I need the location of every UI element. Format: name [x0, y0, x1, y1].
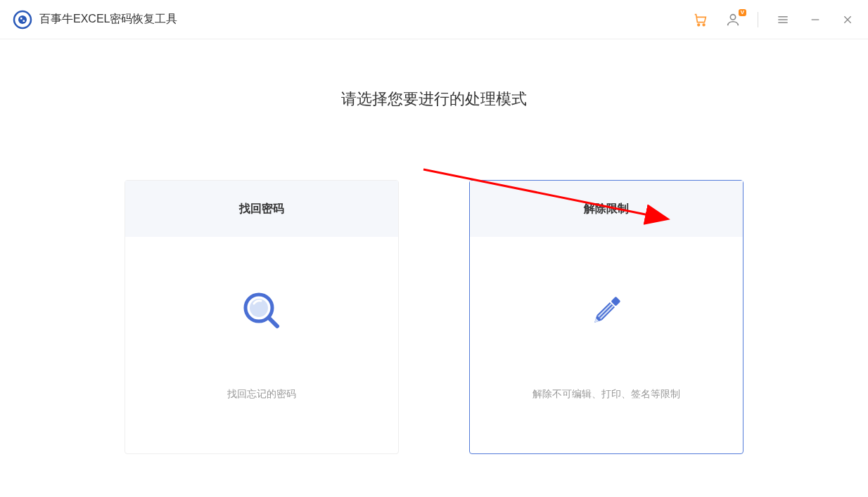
title-left: 百事牛EXCEL密码恢复工具	[13, 10, 177, 30]
app-title: 百事牛EXCEL密码恢复工具	[39, 12, 177, 27]
svg-rect-2	[20, 18, 23, 20]
card-body: 解除不可编辑、打印、签名等限制	[470, 237, 743, 453]
main-content: 请选择您要进行的处理模式 找回密码 找回忘记的密码 解除限制	[0, 39, 868, 454]
cards-row: 找回密码 找回忘记的密码 解除限制	[125, 180, 743, 454]
minimize-icon[interactable]	[808, 12, 823, 27]
svg-rect-16	[611, 296, 620, 306]
divider	[758, 12, 758, 27]
user-icon[interactable]: V	[725, 12, 741, 27]
card-desc: 解除不可编辑、打印、签名等限制	[532, 388, 680, 401]
svg-rect-17	[597, 302, 615, 320]
pencil-icon	[585, 290, 627, 332]
cart-icon[interactable]	[693, 12, 708, 27]
title-right-controls: V	[693, 12, 855, 27]
card-title: 找回密码	[125, 181, 398, 237]
svg-point-4	[698, 23, 700, 25]
menu-icon[interactable]	[775, 12, 791, 27]
card-desc: 找回忘记的密码	[227, 388, 296, 401]
svg-line-15	[269, 318, 277, 326]
remove-restriction-card[interactable]: 解除限制 解除不可编辑、打印、签名等限制	[469, 180, 743, 454]
app-logo-icon	[13, 10, 32, 30]
card-title: 解除限制	[470, 181, 743, 237]
title-bar: 百事牛EXCEL密码恢复工具 V	[0, 0, 868, 39]
recover-password-card[interactable]: 找回密码 找回忘记的密码	[125, 180, 399, 454]
vip-badge: V	[739, 9, 746, 16]
page-title: 请选择您要进行的处理模式	[341, 89, 527, 110]
close-icon[interactable]	[840, 12, 855, 27]
svg-point-5	[703, 23, 705, 25]
card-body: 找回忘记的密码	[125, 237, 398, 453]
svg-rect-3	[23, 20, 25, 22]
svg-point-6	[730, 14, 735, 19]
magnifier-icon	[241, 290, 283, 332]
svg-point-1	[18, 15, 27, 24]
